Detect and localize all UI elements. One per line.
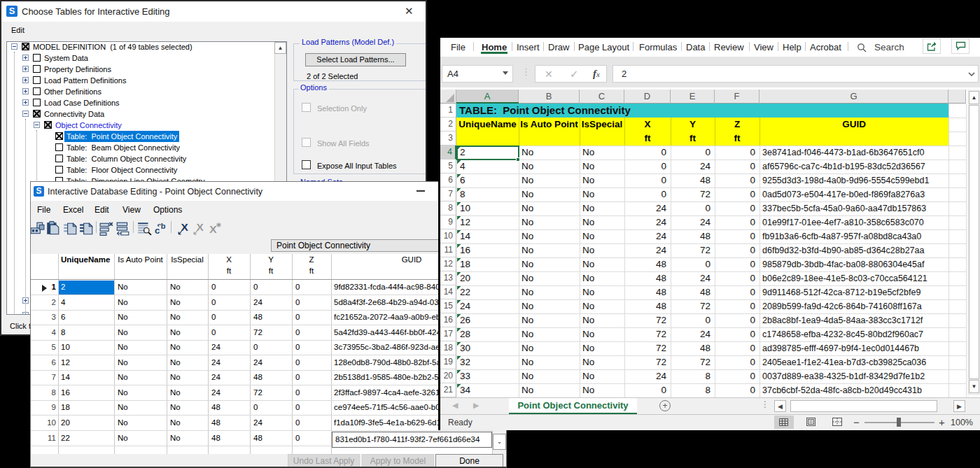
svg-text:X: X [197, 221, 204, 233]
svg-text:X: X [181, 221, 189, 233]
svg-text:c: c [155, 225, 160, 236]
svg-text:b: b [161, 222, 166, 230]
svg-text:X: X [209, 223, 217, 235]
